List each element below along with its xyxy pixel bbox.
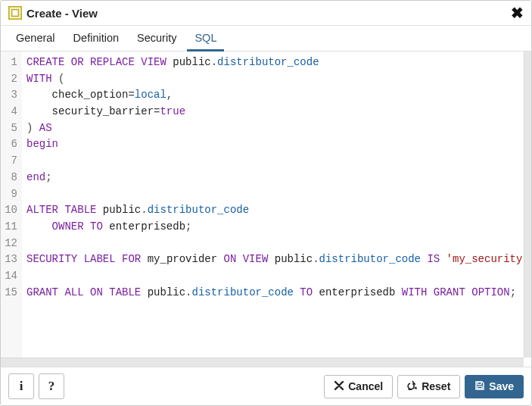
tab-bar: General Definition Security SQL bbox=[1, 26, 531, 52]
reset-button[interactable]: Reset bbox=[397, 375, 460, 398]
tab-general[interactable]: General bbox=[8, 26, 63, 52]
tab-security[interactable]: Security bbox=[129, 26, 184, 52]
sql-code[interactable]: CREATE OR REPLACE VIEW public.distributo… bbox=[22, 52, 524, 358]
tab-sql[interactable]: SQL bbox=[187, 26, 224, 52]
cancel-label: Cancel bbox=[348, 380, 383, 392]
dialog-header: Create - View ✖ bbox=[1, 1, 531, 26]
line-number-gutter: 1 2 3 4 5 6 7 8 9 10 11 12 13 14 15 bbox=[1, 52, 22, 358]
tab-definition[interactable]: Definition bbox=[66, 26, 126, 52]
save-label: Save bbox=[489, 380, 514, 392]
info-icon: i bbox=[20, 379, 23, 394]
svg-rect-0 bbox=[9, 7, 21, 19]
sql-editor: 1 2 3 4 5 6 7 8 9 10 11 12 13 14 15 CREA… bbox=[1, 52, 531, 358]
cancel-button[interactable]: Cancel bbox=[324, 375, 393, 398]
close-icon bbox=[334, 380, 344, 393]
save-icon bbox=[474, 380, 485, 393]
svg-rect-3 bbox=[478, 386, 482, 389]
help-button[interactable]: ? bbox=[39, 373, 64, 399]
recycle-icon bbox=[407, 380, 418, 393]
dialog-footer: i ? Cancel Reset Save bbox=[1, 367, 531, 405]
svg-rect-1 bbox=[12, 10, 19, 17]
dialog-title: Create - View bbox=[26, 7, 98, 20]
sql-editor-scroll[interactable]: 1 2 3 4 5 6 7 8 9 10 11 12 13 14 15 CREA… bbox=[1, 52, 524, 358]
reset-label: Reset bbox=[422, 380, 450, 392]
svg-rect-2 bbox=[478, 382, 481, 384]
close-icon[interactable]: ✖ bbox=[511, 5, 524, 20]
view-icon bbox=[8, 6, 22, 20]
info-button[interactable]: i bbox=[8, 373, 34, 399]
save-button[interactable]: Save bbox=[465, 375, 524, 398]
scrollbar-vertical[interactable] bbox=[524, 52, 531, 358]
help-icon: ? bbox=[48, 379, 55, 394]
create-view-dialog: Create - View ✖ General Definition Secur… bbox=[0, 0, 532, 406]
scrollbar-horizontal[interactable] bbox=[1, 358, 524, 367]
